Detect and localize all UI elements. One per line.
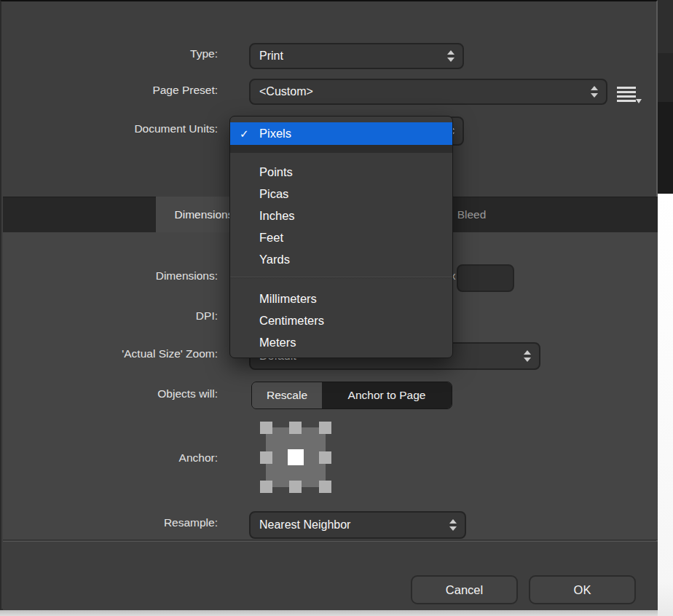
menu-item-feet[interactable]: Feet xyxy=(259,226,283,248)
menu-separator xyxy=(230,277,452,278)
actual-size-zoom-label: 'Actual Size' Zoom: xyxy=(122,347,218,360)
anchor-label: Anchor: xyxy=(179,451,218,465)
anchor-handle-top-right[interactable] xyxy=(319,422,331,434)
list-icon xyxy=(617,87,636,89)
anchor-handle-middle-right[interactable] xyxy=(319,451,331,464)
dpi-label: DPI: xyxy=(196,309,218,323)
menu-item-picas[interactable]: Picas xyxy=(259,183,288,205)
tab-dimensions-label: Dimensions xyxy=(175,208,234,221)
document-setup-dialog: Type: Print Page Preset: <Custom> Docume… xyxy=(0,0,658,610)
anchor-handle-bottom-right[interactable] xyxy=(319,481,331,493)
menu-separator xyxy=(230,145,452,153)
anchor-handle-bottom-left[interactable] xyxy=(260,481,272,493)
background-canvas-strip xyxy=(658,194,673,616)
document-units-label: Document Units: xyxy=(134,122,218,135)
checkmark-icon: ✓ xyxy=(240,122,249,145)
menu-item-yards[interactable]: Yards xyxy=(259,248,290,270)
dimensions-label: Dimensions: xyxy=(156,269,218,283)
type-label: Type: xyxy=(190,47,218,60)
resample-select-value: Nearest Neighbor xyxy=(259,518,350,532)
background-toolbar-strip xyxy=(658,53,673,102)
anchor-handle-bottom-center[interactable] xyxy=(289,481,302,493)
menu-item-meters[interactable]: Meters xyxy=(259,331,296,353)
background-canvas-bottom xyxy=(0,610,658,616)
page-preset-select-value: <Custom> xyxy=(259,85,313,98)
resample-select[interactable]: Nearest Neighbor xyxy=(249,511,466,539)
preset-list-menu-button[interactable] xyxy=(617,86,642,102)
document-units-menu: ✓ Pixels Points Picas Inches Feet Yards … xyxy=(229,116,453,358)
anchor-handle-top-left[interactable] xyxy=(260,422,272,434)
menu-item-millimeters[interactable]: Millimeters xyxy=(259,288,317,309)
height-field[interactable] xyxy=(457,264,514,292)
ok-button[interactable]: OK xyxy=(529,575,636,604)
page-preset-label: Page Preset: xyxy=(152,84,218,97)
cancel-button[interactable]: Cancel xyxy=(411,575,518,604)
stepper-icon xyxy=(447,50,454,62)
tab-bleed-label: Bleed xyxy=(457,208,487,221)
menu-item-inches[interactable]: Inches xyxy=(259,205,295,226)
page-preset-select[interactable]: <Custom> xyxy=(249,79,607,105)
stepper-icon xyxy=(591,86,598,98)
menu-item-points[interactable]: Points xyxy=(259,161,293,183)
anchor-handle-middle-left[interactable] xyxy=(260,451,272,464)
type-select-value: Print xyxy=(259,50,283,63)
anchor-handle-center-selected[interactable] xyxy=(288,449,304,465)
type-select[interactable]: Print xyxy=(249,43,464,69)
resample-label: Resample: xyxy=(164,516,218,529)
segment-rescale[interactable]: Rescale xyxy=(252,382,322,408)
stepper-icon xyxy=(449,519,457,531)
anchor-handle-top-center[interactable] xyxy=(289,422,302,434)
segment-anchor-to-page[interactable]: Anchor to Page xyxy=(322,382,452,408)
objects-will-label: Objects will: xyxy=(157,387,218,400)
menu-item-pixels[interactable]: Pixels xyxy=(259,122,291,145)
menu-item-centimeters[interactable]: Centimeters xyxy=(259,309,324,331)
objects-will-segmented-control: Rescale Anchor to Page xyxy=(251,382,452,409)
background-toolbar-strip xyxy=(658,0,673,53)
stepper-icon xyxy=(524,350,531,362)
anchor-position-selector xyxy=(260,422,331,493)
chevron-down-icon xyxy=(636,99,642,103)
background-panel-strip xyxy=(658,102,673,194)
screen: Type: Print Page Preset: <Custom> Docume… xyxy=(0,0,673,616)
